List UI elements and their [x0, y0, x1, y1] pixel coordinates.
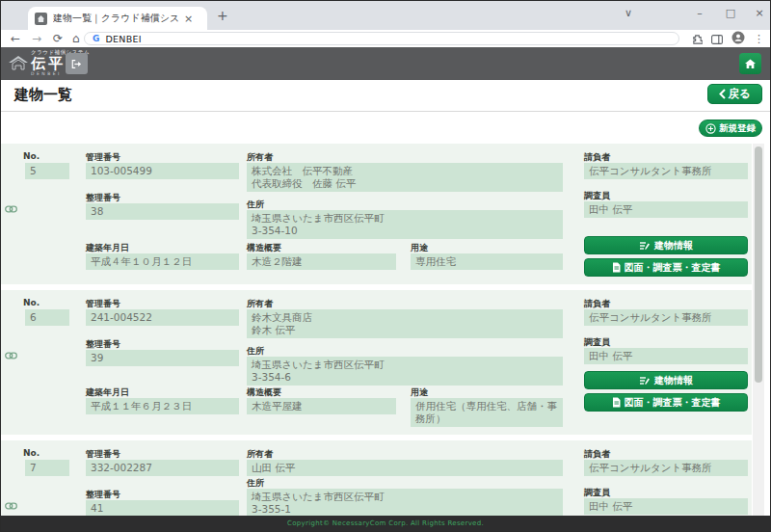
owner-field: 鈴木文具商店 鈴木 伝平 — [247, 309, 563, 338]
building-record: No. 6 管理番号 241-004522 整理番号 39 所有者 鈴木文具商店… — [1, 290, 752, 435]
scrollbar-thumb[interactable] — [755, 146, 762, 383]
forward-nav-icon[interactable]: → — [32, 30, 41, 47]
kanri-field: 103-005499 — [86, 163, 239, 179]
tab-close-icon[interactable]: × — [184, 13, 193, 25]
link-icon[interactable] — [5, 352, 17, 359]
side-panel-icon[interactable] — [711, 30, 723, 48]
reload-icon[interactable]: ⟳ — [53, 30, 63, 47]
inspector-field: 田中 伝平 — [584, 498, 748, 515]
extensions-icon[interactable] — [692, 30, 703, 48]
building-record: No. 7 管理番号 332-002287 整理番号 41 所有者 山田 伝平 … — [1, 440, 752, 516]
plus-circle-icon — [705, 123, 716, 134]
documents-button[interactable]: 図面・調査票・査定書 — [584, 393, 748, 412]
browser-window: 建物一覧｜クラウド補償システム 伝平 × + ∨ – □ × ← → ⟳ ⌂ G… — [0, 0, 771, 532]
inspector-field: 田中 伝平 — [584, 348, 748, 364]
building-info-label: 建物情報 — [654, 239, 693, 253]
owner-field: 山田 伝平 — [247, 460, 563, 476]
owner-field: 株式会社 伝平不動産 代表取締役 佐藤 伝平 — [247, 163, 563, 192]
app-footer: Copyright© NecessaryCom Corp. All Rights… — [1, 516, 770, 531]
contractor-field: 伝平コンサルタント事務所 — [584, 460, 748, 476]
list-edit-icon — [639, 376, 651, 386]
document-icon — [612, 397, 621, 408]
close-button[interactable]: × — [745, 1, 771, 26]
logout-icon — [71, 59, 82, 69]
seiri-field: 38 — [86, 203, 239, 220]
browser-toolbar: ← → ⟳ ⌂ G DENBEI ⋮ — [1, 30, 770, 48]
no-label: No. — [23, 448, 40, 458]
seiri-field: 41 — [86, 500, 239, 516]
document-icon — [612, 262, 621, 273]
structure-field: 木造２階建 — [247, 253, 396, 270]
address-field: 埼玉県さいたま市西区伝平町 3-354-10 — [247, 210, 563, 239]
maximize-button[interactable]: □ — [716, 1, 745, 26]
main-content: 建物一覧 戻る 新規登録 No. 5 管理番号 103-0054 — [1, 80, 770, 516]
no-field: 5 — [25, 163, 69, 179]
tab-strip: 建物一覧｜クラウド補償システム 伝平 × + ∨ – □ × — [1, 1, 770, 30]
no-label: No. — [23, 151, 40, 161]
new-registration-button[interactable]: 新規登録 — [699, 120, 762, 137]
usage-field: 専用住宅 — [411, 253, 563, 270]
contractor-field: 伝平コンサルタント事務所 — [584, 309, 748, 326]
url-text: DENBEI — [105, 34, 142, 44]
tab-search-icon[interactable]: ∨ — [614, 1, 643, 26]
structure-field: 木造平屋建 — [247, 398, 396, 414]
address-field: 埼玉県さいたま市西区伝平町 3-354-6 — [247, 357, 563, 386]
built-date-field: 平成４年１０月１２日 — [86, 253, 239, 270]
back-button-label: 戻る — [729, 87, 751, 101]
documents-label: 図面・調査票・査定書 — [625, 396, 721, 410]
denbei-house-icon — [9, 56, 28, 70]
back-chevron-icon — [719, 89, 726, 99]
list-edit-icon — [639, 241, 651, 251]
built-date-field: 平成１１年６月２３日 — [86, 398, 239, 414]
app-header: クラウド補償システム 伝平 DENBEI — [1, 47, 770, 80]
browser-home-icon[interactable]: ⌂ — [72, 30, 80, 47]
seiri-field: 39 — [86, 350, 239, 366]
minimize-button[interactable]: – — [685, 1, 714, 26]
site-favicon-icon — [35, 13, 47, 25]
logout-button[interactable] — [66, 53, 88, 74]
tab-title: 建物一覧｜クラウド補償システム 伝平 — [53, 12, 178, 25]
home-icon — [745, 59, 756, 69]
active-tab[interactable]: 建物一覧｜クラウド補償システム 伝平 × — [28, 7, 207, 30]
new-tab-button[interactable]: + — [217, 8, 228, 23]
footer-copyright: Copyright© NecessaryCom Corp. All Rights… — [287, 519, 484, 527]
building-info-label: 建物情報 — [654, 374, 693, 387]
address-bar[interactable]: G DENBEI — [84, 32, 679, 45]
documents-label: 図面・調査票・査定書 — [625, 261, 721, 275]
new-registration-label: 新規登録 — [719, 122, 756, 135]
google-icon: G — [93, 34, 99, 43]
usage-field: 併用住宅（専用住宅、店舗・事務所） — [411, 398, 563, 427]
inspector-field: 田中 伝平 — [584, 201, 748, 218]
header-divider — [1, 111, 770, 112]
kanri-field: 241-004522 — [86, 309, 239, 326]
contractor-field: 伝平コンサルタント事務所 — [584, 163, 748, 179]
building-info-button[interactable]: 建物情報 — [584, 371, 748, 389]
link-icon[interactable] — [5, 205, 17, 213]
documents-button[interactable]: 図面・調査票・査定書 — [584, 258, 748, 277]
profile-avatar[interactable] — [731, 30, 745, 48]
link-icon[interactable] — [5, 502, 17, 510]
app-home-button[interactable] — [739, 53, 761, 74]
back-nav-icon[interactable]: ← — [11, 30, 20, 47]
no-field: 7 — [25, 460, 69, 476]
kanri-field: 332-002287 — [86, 460, 239, 476]
building-record: No. 5 管理番号 103-005499 整理番号 38 所有者 株式会社 伝… — [1, 144, 752, 284]
building-info-button[interactable]: 建物情報 — [584, 236, 748, 254]
browser-menu-icon[interactable]: ⋮ — [754, 33, 764, 45]
no-label: No. — [23, 298, 40, 307]
back-button[interactable]: 戻る — [707, 84, 762, 104]
page-title: 建物一覧 — [14, 86, 72, 104]
address-field: 埼玉県さいたま市西区伝平町 3-355-1 — [247, 489, 563, 516]
no-field: 6 — [25, 309, 69, 326]
